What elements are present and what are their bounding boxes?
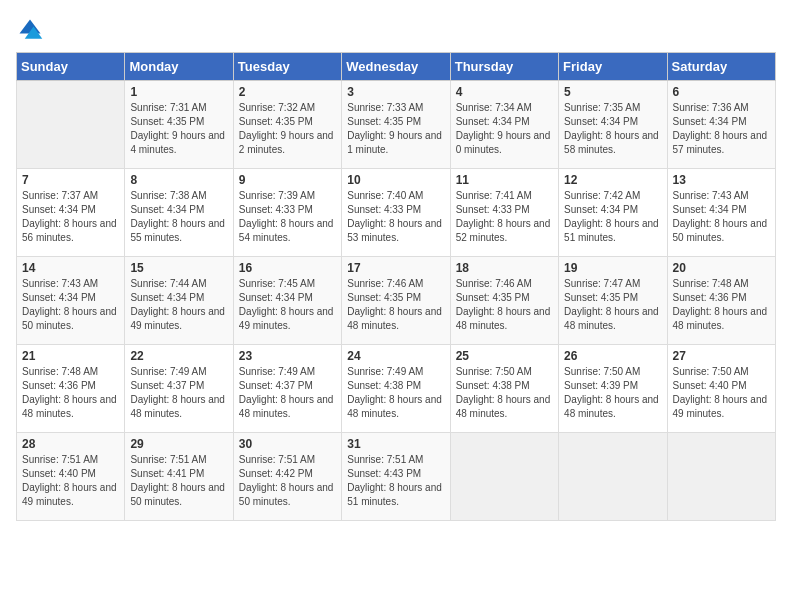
header-friday: Friday	[559, 53, 667, 81]
calendar-cell: 9 Sunrise: 7:39 AMSunset: 4:33 PMDayligh…	[233, 169, 341, 257]
calendar-cell: 2 Sunrise: 7:32 AMSunset: 4:35 PMDayligh…	[233, 81, 341, 169]
calendar-cell: 16 Sunrise: 7:45 AMSunset: 4:34 PMDaylig…	[233, 257, 341, 345]
day-number: 13	[673, 173, 770, 187]
day-number: 27	[673, 349, 770, 363]
header-wednesday: Wednesday	[342, 53, 450, 81]
header	[16, 16, 776, 44]
calendar-cell: 8 Sunrise: 7:38 AMSunset: 4:34 PMDayligh…	[125, 169, 233, 257]
header-tuesday: Tuesday	[233, 53, 341, 81]
day-info: Sunrise: 7:34 AMSunset: 4:34 PMDaylight:…	[456, 101, 553, 157]
day-number: 4	[456, 85, 553, 99]
calendar-cell: 27 Sunrise: 7:50 AMSunset: 4:40 PMDaylig…	[667, 345, 775, 433]
calendar-cell: 14 Sunrise: 7:43 AMSunset: 4:34 PMDaylig…	[17, 257, 125, 345]
calendar-week-1: 1 Sunrise: 7:31 AMSunset: 4:35 PMDayligh…	[17, 81, 776, 169]
day-number: 20	[673, 261, 770, 275]
day-info: Sunrise: 7:36 AMSunset: 4:34 PMDaylight:…	[673, 101, 770, 157]
calendar-cell: 28 Sunrise: 7:51 AMSunset: 4:40 PMDaylig…	[17, 433, 125, 521]
header-saturday: Saturday	[667, 53, 775, 81]
day-info: Sunrise: 7:50 AMSunset: 4:38 PMDaylight:…	[456, 365, 553, 421]
day-number: 25	[456, 349, 553, 363]
day-info: Sunrise: 7:47 AMSunset: 4:35 PMDaylight:…	[564, 277, 661, 333]
day-info: Sunrise: 7:31 AMSunset: 4:35 PMDaylight:…	[130, 101, 227, 157]
day-number: 22	[130, 349, 227, 363]
day-info: Sunrise: 7:43 AMSunset: 4:34 PMDaylight:…	[22, 277, 119, 333]
calendar-cell: 3 Sunrise: 7:33 AMSunset: 4:35 PMDayligh…	[342, 81, 450, 169]
day-info: Sunrise: 7:45 AMSunset: 4:34 PMDaylight:…	[239, 277, 336, 333]
day-info: Sunrise: 7:49 AMSunset: 4:37 PMDaylight:…	[239, 365, 336, 421]
day-number: 30	[239, 437, 336, 451]
calendar-cell	[17, 81, 125, 169]
calendar-cell: 6 Sunrise: 7:36 AMSunset: 4:34 PMDayligh…	[667, 81, 775, 169]
day-info: Sunrise: 7:49 AMSunset: 4:37 PMDaylight:…	[130, 365, 227, 421]
calendar-cell: 10 Sunrise: 7:40 AMSunset: 4:33 PMDaylig…	[342, 169, 450, 257]
calendar-cell: 15 Sunrise: 7:44 AMSunset: 4:34 PMDaylig…	[125, 257, 233, 345]
day-number: 21	[22, 349, 119, 363]
calendar-cell: 29 Sunrise: 7:51 AMSunset: 4:41 PMDaylig…	[125, 433, 233, 521]
calendar-week-4: 21 Sunrise: 7:48 AMSunset: 4:36 PMDaylig…	[17, 345, 776, 433]
day-info: Sunrise: 7:51 AMSunset: 4:41 PMDaylight:…	[130, 453, 227, 509]
day-info: Sunrise: 7:42 AMSunset: 4:34 PMDaylight:…	[564, 189, 661, 245]
day-info: Sunrise: 7:39 AMSunset: 4:33 PMDaylight:…	[239, 189, 336, 245]
day-number: 6	[673, 85, 770, 99]
calendar-cell: 31 Sunrise: 7:51 AMSunset: 4:43 PMDaylig…	[342, 433, 450, 521]
day-number: 14	[22, 261, 119, 275]
calendar-header-row: SundayMondayTuesdayWednesdayThursdayFrid…	[17, 53, 776, 81]
day-info: Sunrise: 7:51 AMSunset: 4:42 PMDaylight:…	[239, 453, 336, 509]
calendar-cell: 5 Sunrise: 7:35 AMSunset: 4:34 PMDayligh…	[559, 81, 667, 169]
day-number: 10	[347, 173, 444, 187]
day-number: 3	[347, 85, 444, 99]
calendar-table: SundayMondayTuesdayWednesdayThursdayFrid…	[16, 52, 776, 521]
day-number: 19	[564, 261, 661, 275]
day-info: Sunrise: 7:35 AMSunset: 4:34 PMDaylight:…	[564, 101, 661, 157]
calendar-cell: 17 Sunrise: 7:46 AMSunset: 4:35 PMDaylig…	[342, 257, 450, 345]
day-number: 26	[564, 349, 661, 363]
day-number: 28	[22, 437, 119, 451]
calendar-cell: 7 Sunrise: 7:37 AMSunset: 4:34 PMDayligh…	[17, 169, 125, 257]
day-info: Sunrise: 7:48 AMSunset: 4:36 PMDaylight:…	[22, 365, 119, 421]
day-info: Sunrise: 7:50 AMSunset: 4:40 PMDaylight:…	[673, 365, 770, 421]
calendar-cell: 13 Sunrise: 7:43 AMSunset: 4:34 PMDaylig…	[667, 169, 775, 257]
day-info: Sunrise: 7:40 AMSunset: 4:33 PMDaylight:…	[347, 189, 444, 245]
calendar-cell: 22 Sunrise: 7:49 AMSunset: 4:37 PMDaylig…	[125, 345, 233, 433]
day-info: Sunrise: 7:46 AMSunset: 4:35 PMDaylight:…	[347, 277, 444, 333]
day-number: 11	[456, 173, 553, 187]
calendar-cell	[667, 433, 775, 521]
calendar-cell: 19 Sunrise: 7:47 AMSunset: 4:35 PMDaylig…	[559, 257, 667, 345]
logo	[16, 16, 48, 44]
calendar-week-5: 28 Sunrise: 7:51 AMSunset: 4:40 PMDaylig…	[17, 433, 776, 521]
day-number: 12	[564, 173, 661, 187]
header-monday: Monday	[125, 53, 233, 81]
day-info: Sunrise: 7:44 AMSunset: 4:34 PMDaylight:…	[130, 277, 227, 333]
day-number: 2	[239, 85, 336, 99]
day-info: Sunrise: 7:37 AMSunset: 4:34 PMDaylight:…	[22, 189, 119, 245]
day-info: Sunrise: 7:50 AMSunset: 4:39 PMDaylight:…	[564, 365, 661, 421]
day-number: 7	[22, 173, 119, 187]
day-number: 29	[130, 437, 227, 451]
calendar-cell: 24 Sunrise: 7:49 AMSunset: 4:38 PMDaylig…	[342, 345, 450, 433]
day-number: 23	[239, 349, 336, 363]
calendar-cell: 21 Sunrise: 7:48 AMSunset: 4:36 PMDaylig…	[17, 345, 125, 433]
calendar-cell: 4 Sunrise: 7:34 AMSunset: 4:34 PMDayligh…	[450, 81, 558, 169]
day-number: 15	[130, 261, 227, 275]
calendar-cell	[450, 433, 558, 521]
day-number: 1	[130, 85, 227, 99]
day-info: Sunrise: 7:33 AMSunset: 4:35 PMDaylight:…	[347, 101, 444, 157]
day-number: 9	[239, 173, 336, 187]
header-sunday: Sunday	[17, 53, 125, 81]
calendar-cell: 12 Sunrise: 7:42 AMSunset: 4:34 PMDaylig…	[559, 169, 667, 257]
day-info: Sunrise: 7:41 AMSunset: 4:33 PMDaylight:…	[456, 189, 553, 245]
calendar-cell: 30 Sunrise: 7:51 AMSunset: 4:42 PMDaylig…	[233, 433, 341, 521]
calendar-cell: 20 Sunrise: 7:48 AMSunset: 4:36 PMDaylig…	[667, 257, 775, 345]
calendar-week-2: 7 Sunrise: 7:37 AMSunset: 4:34 PMDayligh…	[17, 169, 776, 257]
day-info: Sunrise: 7:43 AMSunset: 4:34 PMDaylight:…	[673, 189, 770, 245]
day-number: 18	[456, 261, 553, 275]
calendar-cell: 23 Sunrise: 7:49 AMSunset: 4:37 PMDaylig…	[233, 345, 341, 433]
day-info: Sunrise: 7:46 AMSunset: 4:35 PMDaylight:…	[456, 277, 553, 333]
day-info: Sunrise: 7:48 AMSunset: 4:36 PMDaylight:…	[673, 277, 770, 333]
day-info: Sunrise: 7:38 AMSunset: 4:34 PMDaylight:…	[130, 189, 227, 245]
calendar-cell: 11 Sunrise: 7:41 AMSunset: 4:33 PMDaylig…	[450, 169, 558, 257]
header-thursday: Thursday	[450, 53, 558, 81]
day-number: 31	[347, 437, 444, 451]
day-number: 16	[239, 261, 336, 275]
calendar-cell: 26 Sunrise: 7:50 AMSunset: 4:39 PMDaylig…	[559, 345, 667, 433]
